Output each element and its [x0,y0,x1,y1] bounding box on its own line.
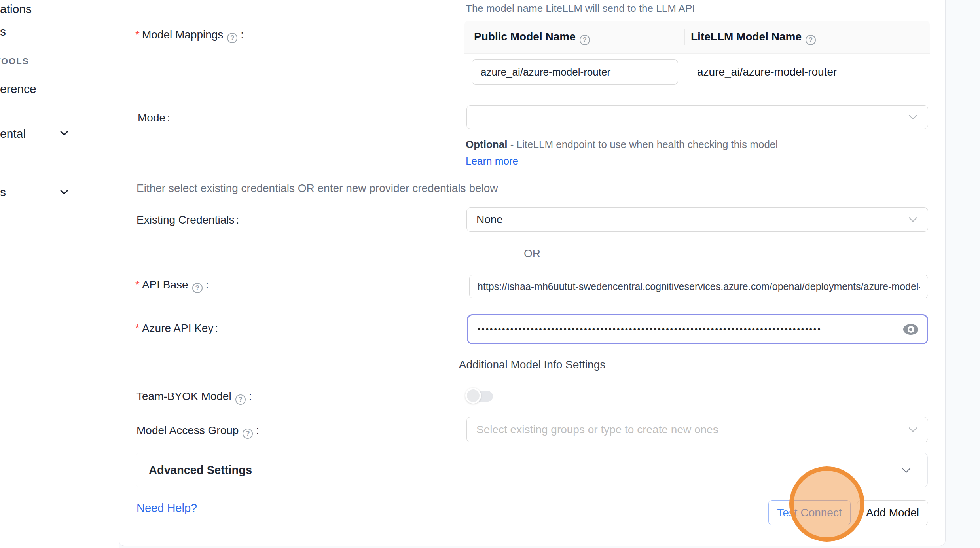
add-model-page: ations s TOOLS erence ental s The model … [0,0,980,548]
help-icon[interactable] [235,394,246,405]
team-byok-toggle-knob[interactable] [465,388,481,404]
azure-api-key-label-text: Azure API Key [142,322,214,334]
column-header-public-model-name: Public Model Name [464,30,684,44]
chevron-down-icon[interactable] [60,128,68,136]
api-base-label: *API Base: [135,279,209,292]
need-help-link[interactable]: Need Help? [136,502,197,515]
model-name-hint: The model name LiteLLM will send to the … [466,2,695,15]
learn-more-link[interactable]: Learn more [466,155,518,167]
sidebar-item-label: ations [0,2,32,15]
sidebar-item-truncated-5[interactable]: s [0,186,6,199]
azure-api-key-label: *Azure API Key: [135,322,218,335]
header-divider [684,29,685,45]
chevron-down-icon [909,111,917,119]
divider-line [136,365,449,365]
additional-settings-divider: Additional Model Info Settings [136,354,928,376]
required-asterisk: * [135,279,140,291]
model-mappings-label-text: Model Mappings [142,28,223,41]
existing-credentials-select[interactable]: None [466,207,928,232]
advanced-settings-title: Advanced Settings [136,464,252,477]
label-colon: : [206,279,209,291]
model-mappings-label: *Model Mappings: [135,28,244,42]
api-base-input[interactable] [469,275,928,298]
required-asterisk: * [135,28,140,41]
label-colon: : [249,390,252,402]
chevron-down-icon [909,214,917,222]
existing-credentials-value: None [467,213,503,226]
chevron-down-icon[interactable] [60,187,68,195]
model-mappings-table-header: Public Model Name LiteLLM Model Name [464,21,930,54]
model-access-group-placeholder: Select existing groups or type to create… [467,423,718,436]
column-header-text: LiteLLM Model Name [691,30,802,43]
test-connect-button[interactable]: Test Connect [768,500,851,525]
divider-line [136,254,514,254]
label-colon: : [167,112,170,124]
label-colon: : [256,424,259,436]
table-row: azure_ai/azure-model-router [464,54,930,90]
mode-label: Mode: [138,112,170,124]
model-access-group-label: Model Access Group: [136,424,259,437]
mode-label-text: Mode [138,112,165,124]
label-colon: : [215,322,218,334]
sidebar-item-truncated-1[interactable]: ations [0,2,32,16]
test-connect-label: Test Connect [777,506,842,519]
label-colon: : [236,214,239,226]
required-asterisk: * [135,322,140,334]
eye-icon[interactable] [903,324,918,335]
mode-helper-bold: Optional [466,138,507,150]
model-access-group-select[interactable]: Select existing groups or type to create… [466,417,928,442]
sidebar: ations s TOOLS erence ental s [0,0,119,548]
divider-line [551,254,928,254]
sidebar-item-truncated-2[interactable]: s [0,25,6,38]
sidebar-item-truncated-4[interactable]: ental [0,127,26,140]
eye-icon-pupil [909,328,912,331]
chevron-down-icon [902,465,910,473]
sidebar-item-label: ental [0,127,26,140]
public-model-name-input[interactable] [472,59,678,85]
or-divider: OR [136,243,928,265]
mode-select[interactable] [466,105,928,129]
credentials-note: Either select existing credentials OR en… [136,182,498,195]
sidebar-section-label: TOOLS [0,56,29,66]
help-icon[interactable] [580,35,590,45]
model-mappings-table: Public Model Name LiteLLM Model Name azu… [464,21,930,90]
existing-credentials-label: Existing Credentials: [136,214,239,226]
help-icon[interactable] [806,35,816,45]
sidebar-section-tools: TOOLS [0,56,29,66]
column-header-litellm-model-name: LiteLLM Model Name [684,30,819,44]
mode-helper-body: - LiteLLM endpoint to use when health ch… [507,138,778,150]
help-icon[interactable] [192,283,203,293]
sidebar-item-label: erence [0,82,36,95]
sidebar-item-label: s [0,25,6,38]
eye-icon-iris [908,326,914,333]
sidebar-item-truncated-3[interactable]: erence [0,82,36,96]
sidebar-item-label: s [0,186,6,199]
add-model-button[interactable]: Add Model [857,500,928,525]
mode-helper-text: Optional - LiteLLM endpoint to use when … [466,136,794,169]
label-colon: : [241,28,244,41]
column-header-text: Public Model Name [474,30,576,43]
chevron-down-icon [909,424,917,432]
or-divider-label: OR [524,247,540,260]
team-byok-label-text: Team-BYOK Model [136,390,231,402]
azure-api-key-input[interactable]: ••••••••••••••••••••••••••••••••••••••••… [467,314,928,344]
litellm-model-name-value: azure_ai/azure-model-router [691,54,837,90]
model-access-group-label-text: Model Access Group [136,424,239,436]
additional-settings-divider-label: Additional Model Info Settings [459,358,605,371]
advanced-settings-panel[interactable]: Advanced Settings [136,453,928,487]
api-base-label-text: API Base [142,279,188,291]
divider-line [616,365,928,365]
masked-password-value: ••••••••••••••••••••••••••••••••••••••••… [468,324,880,334]
team-byok-label: Team-BYOK Model: [136,390,252,403]
existing-credentials-label-text: Existing Credentials [136,214,234,226]
add-model-label: Add Model [866,506,919,519]
